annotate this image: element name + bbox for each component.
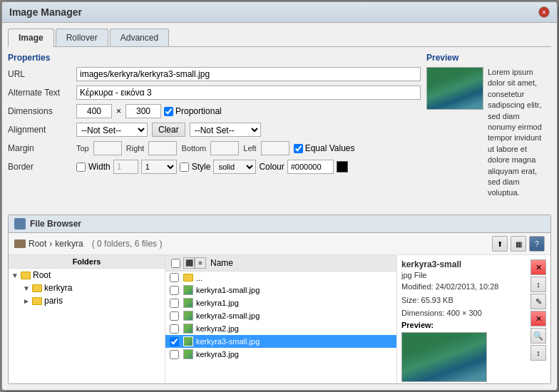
alt-text-label: Alternate Text bbox=[8, 88, 72, 98]
detail-rename-button[interactable]: ↕ bbox=[530, 277, 546, 292]
border-checkbox[interactable] bbox=[76, 163, 86, 172]
margin-top-input[interactable] bbox=[93, 141, 122, 155]
file-name-1: kerkyra1.jpg bbox=[196, 299, 239, 307]
border-width-select[interactable]: 123 bbox=[141, 160, 177, 174]
alt-text-input[interactable] bbox=[76, 86, 421, 100]
fb-content: Folders ▼ Root ▼ kerkyra ► paris bbox=[9, 255, 550, 383]
file-img-5 bbox=[183, 349, 193, 359]
file-img-2 bbox=[183, 311, 193, 321]
root-label: Root bbox=[33, 270, 51, 280]
parent-folder-icon bbox=[183, 274, 193, 282]
tab-image[interactable]: Image bbox=[8, 29, 54, 47]
margin-bottom-input[interactable] bbox=[210, 141, 239, 155]
dimensions-group: × Proportional bbox=[76, 104, 222, 118]
file-row-1[interactable]: kerkyra1.jpg bbox=[165, 296, 396, 309]
margin-label: Margin bbox=[8, 143, 72, 153]
fb-help-button[interactable]: ? bbox=[529, 236, 545, 252]
file-row-5[interactable]: kerkyra3.jpg bbox=[165, 348, 396, 361]
file-row-0[interactable]: kerkyra1-small.jpg bbox=[165, 284, 396, 296]
file-cb-2[interactable] bbox=[170, 311, 179, 321]
file-row-2[interactable]: kerkyra2-small.jpg bbox=[165, 309, 396, 322]
proportional-checkbox[interactable] bbox=[164, 107, 173, 116]
root-path-label: Root bbox=[29, 239, 46, 249]
file-name-0: kerkyra1-small.jpg bbox=[196, 286, 260, 294]
height-input[interactable] bbox=[125, 104, 161, 118]
path-separator: › bbox=[49, 239, 52, 249]
tree-item-kerkyra[interactable]: ▼ kerkyra bbox=[9, 282, 165, 294]
alt-text-row: Alternate Text bbox=[8, 86, 421, 100]
file-cb-5[interactable] bbox=[170, 350, 179, 359]
clear-button[interactable]: Clear bbox=[152, 123, 185, 137]
equal-values-group: Equal Values bbox=[294, 143, 355, 153]
detail-dimensions: Dimensions: 400 × 300 bbox=[401, 307, 528, 319]
alignment-select[interactable]: --Not Set-- bbox=[76, 123, 148, 137]
detail-size: Size: 65.93 KB bbox=[401, 294, 528, 306]
tab-rollover[interactable]: Rollover bbox=[56, 29, 108, 46]
margin-left-input[interactable] bbox=[261, 141, 289, 155]
border-style-checkbox[interactable] bbox=[180, 163, 189, 172]
detail-search-button[interactable]: 🔍 bbox=[530, 328, 546, 344]
border-width-input[interactable] bbox=[113, 160, 138, 174]
kerkyra-label: kerkyra bbox=[44, 283, 72, 293]
alignment-row: Alignment --Not Set-- Clear --Not Set-- bbox=[8, 123, 421, 137]
fb-upload-button[interactable]: ⬆ bbox=[492, 236, 508, 252]
margin-right-label: Right bbox=[126, 144, 145, 153]
file-cb-3[interactable] bbox=[170, 324, 179, 334]
root-toggle: ▼ bbox=[11, 272, 19, 279]
border-width-label: Width bbox=[88, 162, 111, 172]
margin-right-input[interactable] bbox=[148, 141, 177, 155]
detail-move-button[interactable]: ↕ bbox=[530, 345, 546, 361]
preview-content: Lorem ipsum dolor sit amet, consetetur s… bbox=[426, 67, 551, 199]
fb-details-panel: kerkyra3-small jpg File Modified: 24/02/… bbox=[397, 255, 550, 383]
fb-grid-button[interactable]: ▦ bbox=[511, 236, 526, 252]
file-img-4 bbox=[183, 336, 193, 346]
fb-files-panel: ⬛ ≡ Name ... kerkyra1-small.jpg bbox=[165, 255, 397, 383]
detail-edit-button[interactable]: ✎ bbox=[530, 294, 546, 309]
file-name-5: kerkyra3.jpg bbox=[196, 350, 239, 359]
proportional-label: Proportional bbox=[175, 106, 222, 116]
kerkyra-toggle: ▼ bbox=[23, 284, 30, 292]
border-style-select[interactable]: solid bbox=[213, 160, 256, 174]
dialog-body: Image Rollover Advanced Properties URL A… bbox=[2, 23, 557, 390]
file-cb-0[interactable] bbox=[170, 286, 179, 295]
folder-icon bbox=[14, 239, 26, 248]
kerkyra-path-label: kerkyra bbox=[55, 239, 83, 249]
tree-item-paris[interactable]: ► paris bbox=[9, 294, 165, 307]
margin-group: Top Right Bottom Left Equal Values bbox=[76, 141, 354, 155]
width-input[interactable] bbox=[76, 104, 112, 118]
border-colour-label: Colour bbox=[259, 162, 284, 172]
file-name-parent: ... bbox=[196, 274, 202, 282]
equal-values-checkbox[interactable] bbox=[294, 144, 303, 153]
preview-image bbox=[426, 67, 483, 110]
list-icon-btn[interactable]: ≡ bbox=[195, 257, 206, 269]
properties-title: Properties bbox=[8, 53, 421, 63]
file-row-parent[interactable]: ... bbox=[165, 272, 396, 284]
file-browser-header: File Browser bbox=[9, 215, 550, 233]
file-row-3[interactable]: kerkyra2.jpg bbox=[165, 322, 396, 335]
close-button[interactable]: × bbox=[538, 6, 550, 18]
alignment-label: Alignment bbox=[8, 125, 72, 135]
border-colour-input[interactable] bbox=[287, 160, 334, 174]
url-label: URL bbox=[8, 69, 72, 79]
file-row-4[interactable]: kerkyra3-small.jpg bbox=[165, 335, 396, 348]
detail-modified: Modified: 24/02/2013, 10:28 bbox=[401, 281, 528, 293]
tab-advanced[interactable]: Advanced bbox=[110, 29, 169, 46]
file-cb-1[interactable] bbox=[170, 299, 179, 308]
file-cb-parent[interactable] bbox=[170, 273, 179, 282]
select-all-checkbox[interactable] bbox=[171, 259, 180, 268]
content-area: Properties URL Alternate Text Dimensions… bbox=[8, 53, 551, 209]
titlebar: Image Manager × bbox=[2, 2, 557, 23]
url-row: URL bbox=[8, 67, 421, 81]
detail-remove-button[interactable]: ✕ bbox=[530, 311, 546, 326]
tree-item-root[interactable]: ▼ Root bbox=[9, 269, 165, 282]
sort-icon-btn[interactable]: ⬛ bbox=[183, 257, 195, 269]
file-cb-4[interactable] bbox=[170, 337, 179, 346]
preview-section: Preview Lorem ipsum dolor sit amet, cons… bbox=[426, 53, 551, 199]
margin-left-label: Left bbox=[243, 144, 256, 153]
alignment2-select[interactable]: --Not Set-- bbox=[190, 123, 261, 137]
file-name-2: kerkyra2-small.jpg bbox=[196, 311, 260, 320]
left-panel: Properties URL Alternate Text Dimensions… bbox=[8, 53, 421, 209]
url-input[interactable] bbox=[76, 67, 421, 81]
detail-delete-button[interactable]: ✕ bbox=[530, 259, 546, 275]
color-swatch[interactable] bbox=[337, 161, 348, 172]
